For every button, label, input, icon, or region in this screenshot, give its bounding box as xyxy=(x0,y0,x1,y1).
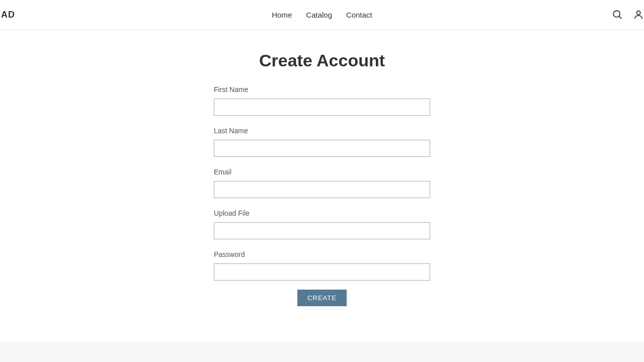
first-name-input[interactable] xyxy=(214,99,430,116)
nav-contact[interactable]: Contact xyxy=(346,11,372,19)
nav-home[interactable]: Home xyxy=(272,11,292,19)
header-icons xyxy=(612,9,644,20)
email-input[interactable] xyxy=(214,181,430,198)
last-name-input[interactable] xyxy=(214,140,430,157)
site-footer: Quick links Search Talk about your busin… xyxy=(0,341,644,362)
first-name-label: First Name xyxy=(214,85,430,94)
form-group-password: Password xyxy=(214,250,430,281)
create-button[interactable]: CREATE xyxy=(297,290,347,306)
nav-catalog[interactable]: Catalog xyxy=(306,11,332,19)
site-logo[interactable]: AD xyxy=(0,10,15,20)
svg-point-2 xyxy=(636,11,640,15)
svg-point-0 xyxy=(613,11,620,17)
form-group-first-name: First Name xyxy=(214,85,430,116)
form-group-upload: Upload File xyxy=(214,209,430,239)
password-label: Password xyxy=(214,250,430,258)
password-input[interactable] xyxy=(214,263,430,281)
site-header: AD Home Catalog Contact xyxy=(0,0,644,30)
create-account-form: First Name Last Name Email Upload File P… xyxy=(214,85,430,306)
main-content: Create Account First Name Last Name Emai… xyxy=(214,51,430,306)
svg-line-1 xyxy=(619,16,621,19)
last-name-label: Last Name xyxy=(214,127,430,135)
upload-input[interactable] xyxy=(214,222,430,239)
upload-label: Upload File xyxy=(214,209,430,217)
form-group-email: Email xyxy=(214,168,430,198)
form-group-last-name: Last Name xyxy=(214,127,430,157)
main-nav: Home Catalog Contact xyxy=(272,11,372,19)
page-title: Create Account xyxy=(214,51,430,70)
search-icon[interactable] xyxy=(612,9,623,20)
account-icon[interactable] xyxy=(633,9,644,20)
email-label: Email xyxy=(214,168,430,176)
